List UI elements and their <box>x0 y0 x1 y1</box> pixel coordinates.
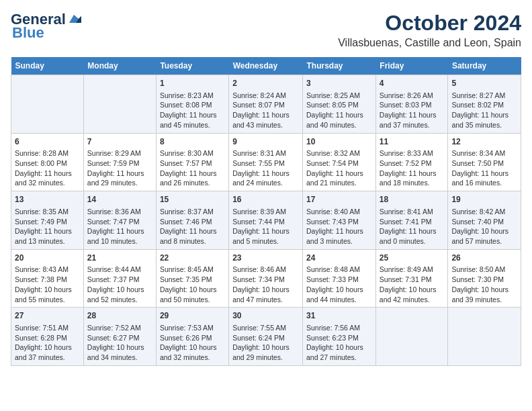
day-number: 26 <box>451 253 517 264</box>
day-content: Sunrise: 7:56 AM Sunset: 6:23 PM Dayligh… <box>306 323 372 363</box>
calendar-cell <box>375 308 448 366</box>
calendar-cell: 15Sunrise: 8:37 AM Sunset: 7:46 PM Dayli… <box>156 191 228 250</box>
day-content: Sunrise: 8:29 AM Sunset: 7:59 PM Dayligh… <box>87 148 152 188</box>
day-number: 7 <box>87 136 152 148</box>
day-content: Sunrise: 8:31 AM Sunset: 7:55 PM Dayligh… <box>232 148 299 188</box>
calendar-cell: 10Sunrise: 8:32 AM Sunset: 7:54 PM Dayli… <box>303 133 376 191</box>
calendar-cell <box>11 75 84 134</box>
day-content: Sunrise: 8:35 AM Sunset: 7:49 PM Dayligh… <box>15 207 80 246</box>
calendar-cell: 11Sunrise: 8:33 AM Sunset: 7:52 PM Dayli… <box>375 133 448 191</box>
day-content: Sunrise: 8:34 AM Sunset: 7:50 PM Dayligh… <box>451 148 517 188</box>
calendar-cell: 21Sunrise: 8:44 AM Sunset: 7:37 PM Dayli… <box>83 249 156 308</box>
day-content: Sunrise: 8:28 AM Sunset: 8:00 PM Dayligh… <box>15 148 80 188</box>
page-header: General Blue October 2024 Villasbuenas, … <box>11 11 521 49</box>
day-content: Sunrise: 8:26 AM Sunset: 8:03 PM Dayligh… <box>380 91 445 130</box>
day-number: 10 <box>306 136 372 148</box>
calendar-cell: 27Sunrise: 7:51 AM Sunset: 6:28 PM Dayli… <box>11 308 84 366</box>
day-content: Sunrise: 8:41 AM Sunset: 7:41 PM Dayligh… <box>380 207 445 246</box>
day-content: Sunrise: 8:42 AM Sunset: 7:40 PM Dayligh… <box>451 207 517 246</box>
location-subtitle: Villasbuenas, Castille and Leon, Spain <box>338 37 521 49</box>
day-content: Sunrise: 8:45 AM Sunset: 7:35 PM Dayligh… <box>160 265 225 304</box>
day-content: Sunrise: 8:23 AM Sunset: 8:08 PM Dayligh… <box>160 91 225 130</box>
day-number: 3 <box>306 78 372 89</box>
calendar-cell: 16Sunrise: 8:39 AM Sunset: 7:44 PM Dayli… <box>229 191 303 250</box>
calendar-cell: 31Sunrise: 7:56 AM Sunset: 6:23 PM Dayli… <box>303 308 376 366</box>
day-content: Sunrise: 8:44 AM Sunset: 7:37 PM Dayligh… <box>87 265 152 304</box>
day-number: 23 <box>232 253 299 264</box>
weekday-header-row: SundayMondayTuesdayWednesdayThursdayFrid… <box>11 57 521 75</box>
calendar-cell: 13Sunrise: 8:35 AM Sunset: 7:49 PM Dayli… <box>11 191 84 250</box>
calendar-cell: 6Sunrise: 8:28 AM Sunset: 8:00 PM Daylig… <box>11 133 84 191</box>
day-number: 30 <box>232 310 299 322</box>
day-number: 27 <box>15 310 80 322</box>
logo-blue: Blue <box>12 24 44 42</box>
calendar-cell: 24Sunrise: 8:48 AM Sunset: 7:33 PM Dayli… <box>303 249 376 308</box>
day-content: Sunrise: 8:27 AM Sunset: 8:02 PM Dayligh… <box>451 91 517 130</box>
logo-icon <box>66 13 81 26</box>
day-content: Sunrise: 8:39 AM Sunset: 7:44 PM Dayligh… <box>232 207 299 246</box>
calendar-cell: 8Sunrise: 8:30 AM Sunset: 7:57 PM Daylig… <box>156 133 228 191</box>
day-number: 17 <box>306 194 372 205</box>
day-content: Sunrise: 8:48 AM Sunset: 7:33 PM Dayligh… <box>306 265 372 304</box>
calendar-week-row: 6Sunrise: 8:28 AM Sunset: 8:00 PM Daylig… <box>11 133 521 191</box>
weekday-header: Saturday <box>448 57 521 75</box>
calendar-cell: 26Sunrise: 8:50 AM Sunset: 7:30 PM Dayli… <box>448 249 521 308</box>
calendar-cell: 30Sunrise: 7:55 AM Sunset: 6:24 PM Dayli… <box>229 308 303 366</box>
day-content: Sunrise: 8:46 AM Sunset: 7:34 PM Dayligh… <box>232 265 299 304</box>
day-number: 15 <box>160 194 225 205</box>
day-content: Sunrise: 7:51 AM Sunset: 6:28 PM Dayligh… <box>15 323 80 363</box>
day-number: 25 <box>380 253 445 264</box>
weekday-header: Sunday <box>11 57 84 75</box>
day-number: 11 <box>380 136 445 148</box>
day-number: 13 <box>15 194 80 205</box>
calendar-week-row: 1Sunrise: 8:23 AM Sunset: 8:08 PM Daylig… <box>11 75 521 134</box>
day-content: Sunrise: 8:43 AM Sunset: 7:38 PM Dayligh… <box>15 265 80 304</box>
calendar-week-row: 20Sunrise: 8:43 AM Sunset: 7:38 PM Dayli… <box>11 249 521 308</box>
calendar-week-row: 27Sunrise: 7:51 AM Sunset: 6:28 PM Dayli… <box>11 308 521 366</box>
day-content: Sunrise: 7:55 AM Sunset: 6:24 PM Dayligh… <box>232 323 299 363</box>
day-number: 8 <box>160 136 225 148</box>
calendar-cell: 28Sunrise: 7:52 AM Sunset: 6:27 PM Dayli… <box>83 308 156 366</box>
day-content: Sunrise: 8:49 AM Sunset: 7:31 PM Dayligh… <box>380 265 445 304</box>
day-number: 24 <box>306 253 372 264</box>
day-content: Sunrise: 8:25 AM Sunset: 8:05 PM Dayligh… <box>306 91 372 130</box>
day-content: Sunrise: 8:33 AM Sunset: 7:52 PM Dayligh… <box>380 148 445 188</box>
day-number: 21 <box>87 253 152 264</box>
weekday-header: Friday <box>375 57 448 75</box>
calendar-cell: 29Sunrise: 7:53 AM Sunset: 6:26 PM Dayli… <box>156 308 228 366</box>
day-content: Sunrise: 8:24 AM Sunset: 8:07 PM Dayligh… <box>232 91 299 130</box>
day-number: 18 <box>380 194 445 205</box>
calendar-week-row: 13Sunrise: 8:35 AM Sunset: 7:49 PM Dayli… <box>11 191 521 250</box>
calendar-cell: 20Sunrise: 8:43 AM Sunset: 7:38 PM Dayli… <box>11 249 84 308</box>
day-number: 2 <box>232 78 299 89</box>
day-content: Sunrise: 8:32 AM Sunset: 7:54 PM Dayligh… <box>306 148 372 188</box>
calendar-cell: 19Sunrise: 8:42 AM Sunset: 7:40 PM Dayli… <box>448 191 521 250</box>
day-number: 29 <box>160 310 225 322</box>
calendar-table: SundayMondayTuesdayWednesdayThursdayFrid… <box>11 57 521 366</box>
day-content: Sunrise: 8:40 AM Sunset: 7:43 PM Dayligh… <box>306 207 372 246</box>
calendar-cell: 5Sunrise: 8:27 AM Sunset: 8:02 PM Daylig… <box>448 75 521 134</box>
calendar-cell: 17Sunrise: 8:40 AM Sunset: 7:43 PM Dayli… <box>303 191 376 250</box>
calendar-cell: 14Sunrise: 8:36 AM Sunset: 7:47 PM Dayli… <box>83 191 156 250</box>
day-number: 12 <box>451 136 517 148</box>
day-content: Sunrise: 8:36 AM Sunset: 7:47 PM Dayligh… <box>87 207 152 246</box>
calendar-cell: 23Sunrise: 8:46 AM Sunset: 7:34 PM Dayli… <box>229 249 303 308</box>
day-content: Sunrise: 8:50 AM Sunset: 7:30 PM Dayligh… <box>451 265 517 304</box>
day-content: Sunrise: 8:30 AM Sunset: 7:57 PM Dayligh… <box>160 148 225 188</box>
day-content: Sunrise: 7:52 AM Sunset: 6:27 PM Dayligh… <box>87 323 152 363</box>
calendar-cell: 1Sunrise: 8:23 AM Sunset: 8:08 PM Daylig… <box>156 75 228 134</box>
day-number: 6 <box>15 136 80 148</box>
day-number: 16 <box>232 194 299 205</box>
day-number: 4 <box>380 78 445 89</box>
day-number: 20 <box>15 253 80 264</box>
logo: General Blue <box>11 11 82 42</box>
day-number: 5 <box>451 78 517 89</box>
weekday-header: Tuesday <box>156 57 228 75</box>
day-number: 14 <box>87 194 152 205</box>
calendar-cell: 18Sunrise: 8:41 AM Sunset: 7:41 PM Dayli… <box>375 191 448 250</box>
calendar-cell: 22Sunrise: 8:45 AM Sunset: 7:35 PM Dayli… <box>156 249 228 308</box>
calendar-cell: 4Sunrise: 8:26 AM Sunset: 8:03 PM Daylig… <box>375 75 448 134</box>
day-number: 19 <box>451 194 517 205</box>
calendar-cell <box>83 75 156 134</box>
weekday-header: Wednesday <box>229 57 303 75</box>
